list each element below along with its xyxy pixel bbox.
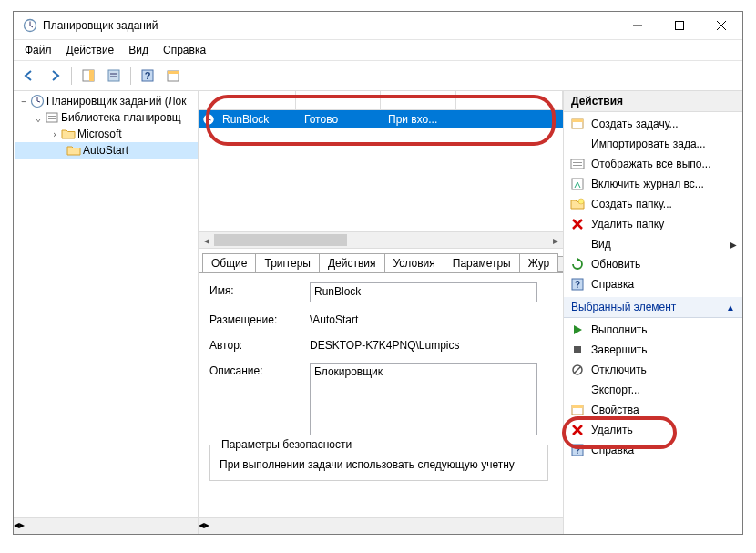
svg-rect-9 bbox=[108, 70, 119, 81]
col-trigger[interactable] bbox=[381, 91, 456, 109]
folder-icon bbox=[61, 127, 76, 141]
close-button[interactable] bbox=[700, 12, 742, 39]
back-button[interactable] bbox=[17, 64, 41, 87]
tab-strip: Общие Триггеры Действия Условия Параметр… bbox=[199, 249, 563, 273]
action-delete-folder[interactable]: Удалить папку bbox=[564, 214, 742, 234]
tree-microsoft-label: Microsoft bbox=[77, 128, 122, 140]
tab-actions[interactable]: Действия bbox=[319, 253, 385, 272]
task-icon bbox=[199, 113, 217, 126]
svg-line-38 bbox=[574, 366, 581, 374]
task-list-panel: RunBlock Готово При вхо... ◂▸ bbox=[199, 91, 563, 249]
stop-icon bbox=[569, 343, 586, 357]
running-tasks-icon bbox=[569, 157, 586, 171]
tasklist-hscroll[interactable]: ◂▸ bbox=[199, 231, 563, 248]
actions-header: Действия bbox=[564, 91, 742, 112]
clock-icon bbox=[30, 94, 45, 108]
security-legend: Параметры безопасности bbox=[218, 438, 355, 451]
svg-rect-15 bbox=[168, 71, 179, 74]
expand-icon[interactable]: › bbox=[48, 129, 61, 139]
tree-root[interactable]: − Планировщик заданий (Лок bbox=[15, 93, 198, 109]
tab-triggers[interactable]: Триггеры bbox=[255, 253, 320, 272]
toolbar-help-icon[interactable]: ? bbox=[136, 64, 159, 87]
collapse-arrow-icon: ▲ bbox=[726, 302, 735, 312]
action-import-task[interactable]: Импортировать зада... bbox=[564, 134, 742, 154]
actions-pane: Действия Создать задачу... Импортировать… bbox=[564, 91, 742, 534]
action-help[interactable]: ? Справка bbox=[564, 274, 742, 294]
action-new-folder[interactable]: Создать папку... bbox=[564, 194, 742, 214]
task-row-selected[interactable]: RunBlock Готово При вхо... bbox=[199, 110, 563, 128]
tab-conditions[interactable]: Условия bbox=[384, 253, 444, 272]
main-body: − Планировщик заданий (Лок ⌄ Библиотека … bbox=[14, 91, 742, 534]
action-create-task[interactable]: Создать задачу... bbox=[564, 114, 742, 134]
general-tab-body: Имя: RunBlock Размещение: \AutoStart Авт… bbox=[199, 273, 563, 517]
tree-library[interactable]: ⌄ Библиотека планировщ bbox=[15, 109, 198, 126]
tree-hscroll[interactable]: ◂▸ bbox=[14, 517, 198, 534]
field-description[interactable]: Блокировщик bbox=[310, 363, 537, 435]
svg-rect-36 bbox=[574, 346, 581, 353]
actions-section-selected[interactable]: Выбранный элемент ▲ bbox=[564, 296, 742, 318]
delete-x-icon bbox=[569, 423, 586, 437]
field-name[interactable]: RunBlock bbox=[310, 282, 537, 302]
action-show-running[interactable]: Отображать все выпо... bbox=[564, 154, 742, 174]
tab-history[interactable]: Жур bbox=[519, 253, 558, 272]
svg-rect-30 bbox=[572, 179, 583, 189]
action-export[interactable]: Экспорт... bbox=[564, 380, 742, 400]
new-folder-icon bbox=[569, 197, 586, 211]
col-name[interactable] bbox=[199, 91, 296, 109]
label-location: Размещение: bbox=[209, 312, 310, 326]
action-end[interactable]: Завершить bbox=[564, 340, 742, 360]
tab-general[interactable]: Общие bbox=[202, 253, 256, 273]
collapse-icon[interactable]: ⌄ bbox=[32, 113, 45, 123]
menu-file[interactable]: Файл bbox=[17, 42, 59, 58]
menubar: Файл Действие Вид Справка bbox=[14, 40, 742, 61]
refresh-icon bbox=[569, 257, 586, 271]
svg-point-31 bbox=[578, 199, 584, 204]
action-properties[interactable]: Свойства bbox=[564, 400, 742, 420]
field-location: \AutoStart bbox=[310, 312, 545, 328]
window-title: Планировщик заданий bbox=[43, 19, 158, 32]
col-next[interactable] bbox=[456, 91, 563, 109]
svg-rect-8 bbox=[89, 70, 94, 81]
menu-action[interactable]: Действие bbox=[59, 42, 122, 58]
svg-text:?: ? bbox=[145, 70, 151, 81]
delete-x-icon bbox=[569, 217, 586, 231]
security-account-text: При выполнении задачи использовать следу… bbox=[218, 453, 540, 480]
svg-text:?: ? bbox=[575, 280, 580, 290]
submenu-arrow-icon: ▶ bbox=[730, 240, 737, 250]
toolbar-calendar-icon[interactable] bbox=[161, 64, 185, 87]
svg-text:?: ? bbox=[575, 445, 580, 456]
action-delete[interactable]: Удалить bbox=[564, 420, 742, 440]
task-status: Готово bbox=[299, 113, 383, 126]
tree-autostart[interactable]: AutoStart bbox=[15, 142, 198, 159]
forward-button[interactable] bbox=[43, 64, 66, 87]
security-fieldset: Параметры безопасности При выполнении за… bbox=[209, 445, 548, 481]
menu-view[interactable]: Вид bbox=[121, 42, 156, 58]
log-icon bbox=[569, 177, 586, 191]
tree: − Планировщик заданий (Лок ⌄ Библиотека … bbox=[14, 91, 198, 517]
action-view[interactable]: Вид ▶ bbox=[564, 234, 742, 254]
task-name: RunBlock bbox=[217, 113, 299, 126]
svg-rect-40 bbox=[572, 405, 583, 408]
action-run[interactable]: Выполнить bbox=[564, 320, 742, 340]
col-status[interactable] bbox=[296, 91, 381, 109]
toolbar: ? bbox=[14, 61, 742, 91]
action-help2[interactable]: ? Справка bbox=[564, 440, 742, 460]
properties-icon bbox=[569, 403, 586, 417]
svg-rect-19 bbox=[46, 113, 57, 122]
maximize-button[interactable] bbox=[659, 12, 700, 39]
svg-rect-21 bbox=[48, 118, 56, 119]
field-author: DESKTOP-K7K4PNQ\Lumpics bbox=[310, 337, 545, 353]
app-icon bbox=[23, 18, 37, 33]
tree-microsoft[interactable]: › Microsoft bbox=[15, 126, 198, 142]
svg-rect-28 bbox=[573, 162, 582, 163]
library-icon bbox=[45, 110, 59, 125]
minimize-button[interactable] bbox=[617, 12, 659, 39]
detail-hscroll[interactable]: ◂▸ bbox=[199, 517, 563, 534]
action-disable[interactable]: Отключить bbox=[564, 360, 742, 380]
menu-help[interactable]: Справка bbox=[156, 42, 213, 58]
action-refresh[interactable]: Обновить bbox=[564, 254, 742, 274]
tab-settings[interactable]: Параметры bbox=[444, 253, 520, 272]
action-enable-log[interactable]: Включить журнал вс... bbox=[564, 174, 742, 194]
toolbar-action-pane-icon[interactable] bbox=[77, 64, 100, 87]
toolbar-properties-icon[interactable] bbox=[102, 64, 126, 87]
